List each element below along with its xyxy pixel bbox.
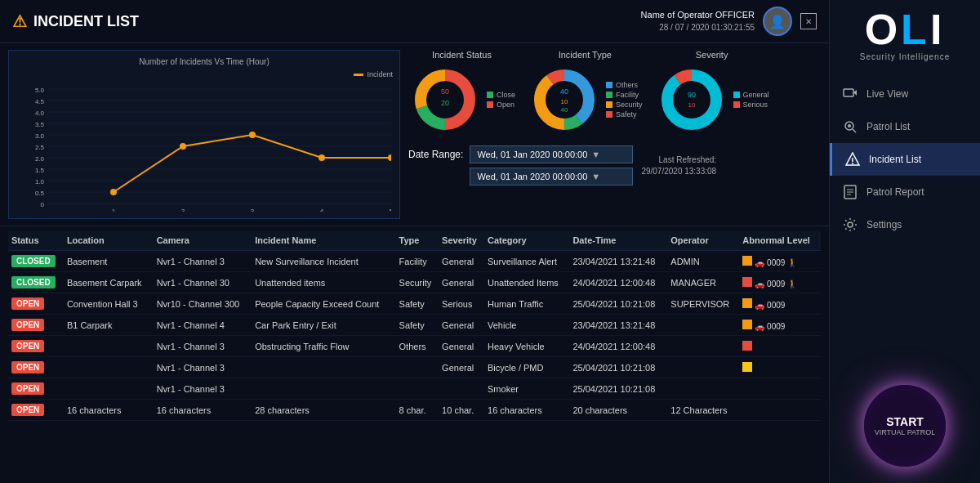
start-virtual-patrol-button[interactable]: START VIRTUAL PATROL: [864, 385, 946, 467]
incident-type-content: 40 10 40 Others Facility: [528, 63, 643, 136]
cell-type: [396, 378, 439, 400]
cell-camera: Nvr1 - Channel 30: [154, 272, 252, 293]
cell-status: OPEN: [8, 336, 64, 357]
line-chart-container: Number of Incidents Vs Time (Hour) Incid…: [8, 50, 400, 219]
cell-incident-name: [252, 357, 395, 378]
date-select-1[interactable]: Wed, 01 Jan 2020 00:00:00 ▼: [470, 145, 633, 163]
severity-chart: Severity 90 10: [655, 50, 769, 136]
cell-category: Vehicle: [484, 315, 569, 336]
svg-text:40: 40: [560, 87, 568, 96]
svg-text:0.5: 0.5: [35, 190, 45, 197]
charts-section: Number of Incidents Vs Time (Hour) Incid…: [0, 43, 829, 226]
cell-location: [64, 336, 154, 357]
settings-label: Settings: [866, 219, 902, 230]
legend-open: Open: [487, 101, 515, 109]
user-info: Name of Operator OFFICER 28 / 07 / 2020 …: [641, 9, 755, 33]
svg-text:2.0: 2.0: [35, 155, 45, 163]
cell-type: [396, 357, 439, 378]
sidebar-item-live-view[interactable]: Live View: [830, 78, 980, 110]
sidebar-item-patrol-report[interactable]: Patrol Report: [830, 176, 980, 208]
donut-charts-row: Incident Status 50 20: [408, 50, 821, 136]
svg-text:40: 40: [561, 106, 568, 114]
table-row[interactable]: OPEN B1 Carpark Nvr1 - Channel 4 Car Par…: [8, 315, 821, 336]
svg-text:50: 50: [441, 87, 449, 96]
cell-datetime: 25/04/2021 10:21:08: [569, 357, 667, 378]
cell-incident-name: Car Park Entry / Exit: [252, 315, 395, 336]
cell-incident-name: People Capacity Exceed Count: [252, 293, 395, 315]
avatar: 👤: [763, 7, 792, 36]
cell-status: OPEN: [8, 315, 64, 336]
incident-type-donut: 40 10 40: [528, 63, 601, 136]
cell-type: Facility: [396, 251, 439, 272]
patrol-list-icon: [842, 119, 858, 135]
th-incident-name: Incident Name: [252, 230, 395, 251]
cell-type: Safety: [396, 315, 439, 336]
incident-status-chart: Incident Status 50 20: [408, 50, 515, 136]
main-content: ⚠ INCIDENT LIST Name of Operator OFFICER…: [0, 0, 829, 483]
user-name-label: Name of Operator OFFICER: [641, 9, 755, 21]
cell-datetime: 24/04/2021 12:00:48: [569, 336, 667, 357]
cell-type: Security: [396, 272, 439, 293]
svg-text:90: 90: [688, 91, 696, 99]
cell-abnormal: 🚗 0009: [739, 293, 821, 315]
legend-incident: Incident: [354, 70, 393, 78]
sidebar-item-patrol-list[interactable]: Patrol List: [830, 110, 980, 143]
date-select-2[interactable]: Wed, 01 Jan 2020 00:00:00 ▼: [470, 168, 633, 186]
cell-type: Safety: [396, 293, 439, 315]
cell-severity: General: [439, 315, 484, 336]
cell-datetime: 24/04/2021 12:00:48: [569, 272, 667, 293]
cell-abnormal: 🚗 0009: [739, 315, 821, 336]
user-date: 28 / 07 / 2020 01:30:21:55: [641, 22, 755, 34]
cell-status: CLOSED: [8, 272, 64, 293]
incident-list-icon: [844, 151, 861, 168]
severity-legend: General Serious: [733, 91, 769, 109]
cell-type: 8 char.: [396, 400, 439, 421]
sidebar-item-incident-list[interactable]: Incident List: [830, 143, 980, 176]
settings-icon: [842, 217, 858, 233]
dropdown-arrow-2: ▼: [591, 172, 600, 181]
svg-text:3.5: 3.5: [35, 121, 45, 128]
cell-location: Basement: [64, 251, 154, 272]
cell-abnormal: 🚗 0009 🚶: [739, 251, 821, 272]
table-row[interactable]: CLOSED Basement Carpark Nvr1 - Channel 3…: [8, 272, 821, 293]
cell-severity: 10 char.: [439, 400, 484, 421]
svg-point-29: [249, 132, 256, 138]
security-intelligence-label: Security Intelligence: [860, 52, 951, 61]
date-range-row2: Date Range: Wed, 01 Jan 2020 00:00:00 ▼: [408, 168, 633, 186]
table-row[interactable]: CLOSED Basement Nvr1 - Channel 3 New Sur…: [8, 251, 821, 272]
cell-operator: 12 Characters: [667, 400, 739, 421]
svg-text:3.0: 3.0: [35, 132, 45, 140]
svg-text:4: 4: [320, 208, 324, 212]
svg-text:0: 0: [41, 201, 45, 208]
sidebar-item-settings[interactable]: Settings: [830, 208, 980, 241]
table-header-row: Status Location Camera Incident Name Typ…: [8, 230, 821, 251]
cell-camera: Nvr1 - Channel 3: [154, 378, 252, 400]
incident-type-chart: Incident Type 40: [528, 50, 643, 136]
svg-point-58: [852, 163, 853, 164]
table-row[interactable]: OPEN 16 characters 16 characters 28 char…: [8, 400, 821, 421]
close-color: [487, 92, 493, 98]
cell-status: OPEN: [8, 378, 64, 400]
table-row[interactable]: OPEN Nvr1 - Channel 3 Smoker 25/04/2021 …: [8, 378, 821, 400]
table-row[interactable]: OPEN Convention Hall 3 Nvr10 - Channel 3…: [8, 293, 821, 315]
cell-status: OPEN: [8, 293, 64, 315]
cell-incident-name: New Surveillance Incident: [252, 251, 395, 272]
cell-location: 16 characters: [64, 400, 154, 421]
cell-category: Heavy Vehicle: [484, 336, 569, 357]
cell-camera: Nvr1 - Channel 3: [154, 336, 252, 357]
date-range-section: Date Range: Wed, 01 Jan 2020 00:00:00 ▼ …: [408, 141, 821, 190]
status-badge: OPEN: [11, 361, 44, 373]
table-row[interactable]: OPEN Nvr1 - Channel 3 General Bicycle / …: [8, 357, 821, 378]
cell-severity: [439, 378, 484, 400]
svg-point-30: [318, 154, 325, 161]
open-color: [487, 101, 493, 108]
cell-abnormal: [739, 378, 821, 400]
cell-operator: [667, 378, 739, 400]
incident-status-donut: 50 20: [408, 63, 482, 136]
close-button[interactable]: ✕: [800, 13, 817, 29]
status-badge: OPEN: [11, 297, 44, 310]
table-row[interactable]: OPEN Nvr1 - Channel 3 Obstructing Traffi…: [8, 336, 821, 357]
th-datetime: Date-Time: [569, 230, 667, 251]
line-chart-title: Number of Incidents Vs Time (Hour): [16, 57, 393, 66]
cell-abnormal: 🚗 0009 🚶: [739, 272, 821, 293]
